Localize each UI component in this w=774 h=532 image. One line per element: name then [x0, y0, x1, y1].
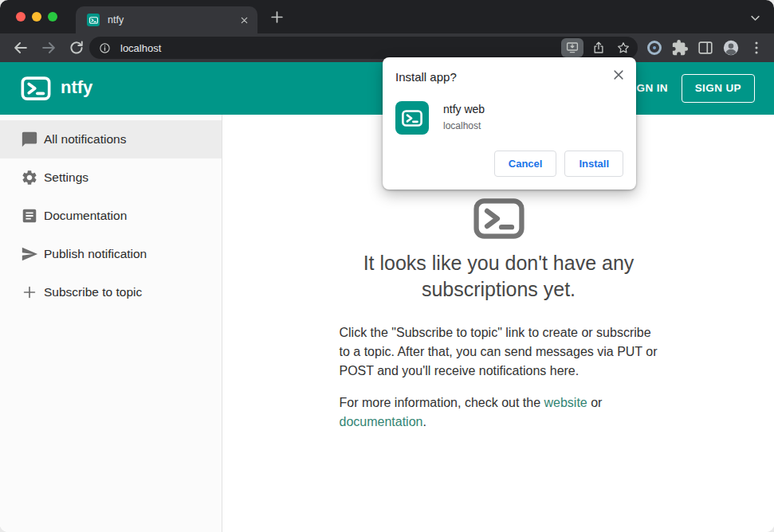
- minimize-window-button[interactable]: [32, 12, 41, 22]
- site-info-icon[interactable]: [99, 42, 111, 54]
- empty-state-description: Click the "Subscribe to topic" link to c…: [340, 323, 658, 381]
- sidebar-item-label: All notifications: [44, 132, 126, 147]
- sidebar-item-publish-notification[interactable]: Publish notification: [0, 235, 222, 273]
- sidebar: All notifications Settings Documentation…: [0, 115, 222, 532]
- install-dialog-app-meta: ntfy web localhost: [443, 101, 485, 131]
- sidebar-item-label: Publish notification: [44, 247, 147, 261]
- fullscreen-window-button[interactable]: [48, 12, 57, 22]
- tab-strip: ntfy: [0, 0, 774, 33]
- bookmark-star-icon[interactable]: [614, 39, 633, 57]
- install-button[interactable]: Install: [564, 151, 623, 177]
- install-dialog-app-name: ntfy web: [443, 103, 485, 115]
- empty-state-more-info: For more information, check out the webs…: [340, 393, 658, 432]
- documentation-link[interactable]: documentation: [340, 415, 423, 428]
- side-panel-icon[interactable]: [696, 38, 715, 57]
- app-title: ntfy: [61, 77, 92, 98]
- website-link[interactable]: website: [544, 396, 587, 409]
- more-info-text: or: [587, 396, 603, 409]
- ntfy-terminal-icon: [473, 198, 525, 239]
- address-bar[interactable]: localhost: [89, 37, 638, 59]
- install-dialog-app-row: ntfy web localhost: [395, 101, 623, 135]
- tab-search-chevron-icon[interactable]: [749, 12, 761, 24]
- plus-icon: [21, 284, 38, 301]
- extensions-puzzle-icon[interactable]: [670, 38, 690, 57]
- sidebar-item-settings[interactable]: Settings: [0, 158, 222, 197]
- install-dialog-origin: localhost: [443, 120, 485, 131]
- cancel-button[interactable]: Cancel: [494, 151, 557, 177]
- more-info-text: For more information, check out the: [340, 396, 544, 409]
- window-controls: [16, 12, 57, 22]
- more-info-text: .: [422, 415, 426, 428]
- close-window-button[interactable]: [16, 12, 26, 22]
- send-icon: [21, 245, 38, 263]
- extension-icon[interactable]: [645, 38, 664, 57]
- install-app-dialog: Install app? ntfy web localhost Cancel I…: [383, 57, 636, 190]
- url-text[interactable]: localhost: [120, 42, 556, 54]
- install-dialog-title: Install app?: [395, 70, 623, 84]
- document-icon: [21, 207, 38, 225]
- ntfy-logo-icon: [21, 76, 51, 100]
- empty-state-heading: It looks like you don't have any subscri…: [324, 250, 674, 303]
- ntfy-app-icon: [395, 101, 429, 135]
- profile-avatar-icon[interactable]: [721, 38, 741, 57]
- toolbar-right-icons: [645, 38, 766, 57]
- ntfy-favicon-icon: [87, 14, 100, 26]
- sign-up-button[interactable]: SIGN UP: [682, 74, 755, 103]
- sidebar-item-label: Documentation: [44, 209, 127, 223]
- sidebar-item-label: Subscribe to topic: [44, 285, 142, 299]
- share-icon[interactable]: [589, 39, 608, 57]
- sidebar-item-all-notifications[interactable]: All notifications: [0, 120, 222, 158]
- install-app-icon[interactable]: [561, 38, 583, 57]
- empty-state: It looks like you don't have any subscri…: [324, 198, 674, 432]
- tab-close-icon[interactable]: [238, 14, 251, 27]
- new-tab-button[interactable]: [269, 10, 285, 25]
- chat-bubble-icon: [21, 131, 38, 148]
- browser-tab[interactable]: ntfy: [76, 6, 257, 33]
- forward-icon[interactable]: [40, 39, 57, 57]
- browser-window: ntfy localhost: [0, 0, 774, 532]
- back-icon[interactable]: [12, 39, 29, 57]
- dialog-close-icon[interactable]: [611, 68, 626, 82]
- reload-icon[interactable]: [68, 39, 85, 57]
- browser-menu-kebab-icon[interactable]: [747, 38, 766, 57]
- tab-title: ntfy: [108, 14, 238, 25]
- sidebar-item-documentation[interactable]: Documentation: [0, 197, 222, 235]
- sidebar-item-subscribe-to-topic[interactable]: Subscribe to topic: [0, 273, 222, 311]
- sidebar-item-label: Settings: [44, 170, 88, 185]
- gear-icon: [21, 169, 38, 186]
- install-dialog-actions: Cancel Install: [395, 151, 623, 177]
